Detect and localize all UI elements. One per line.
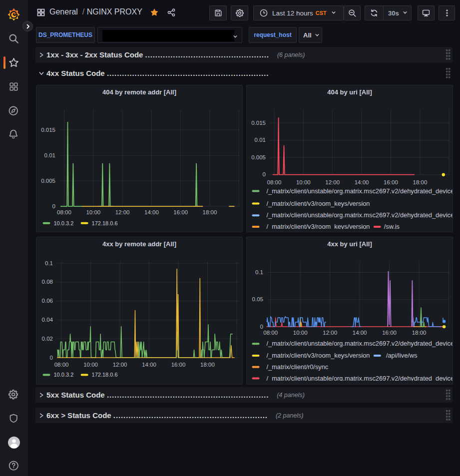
svg-text:0.015: 0.015 — [41, 127, 55, 133]
svg-text:/api/live/ws: /api/live/ws — [386, 352, 418, 359]
svg-text:/_matrix/client/v3/room_keys/v: /_matrix/client/v3/room_keys/version — [267, 200, 370, 207]
svg-text:172.18.0.6: 172.18.0.6 — [92, 372, 118, 378]
svg-text:12:00: 12:00 — [325, 179, 340, 185]
svg-text:/_matrix/client/v3/room_keys/v: /_matrix/client/v3/room_keys/version — [267, 352, 370, 359]
svg-text:0.005: 0.005 — [41, 178, 55, 184]
svg-text:0.04: 0.04 — [42, 317, 53, 323]
svg-text:16:00: 16:00 — [382, 330, 397, 336]
svg-text:08:00: 08:00 — [263, 330, 278, 336]
svg-text:14:00: 14:00 — [353, 330, 367, 336]
svg-text:10:00: 10:00 — [293, 330, 308, 336]
svg-text:0.015: 0.015 — [251, 120, 266, 126]
svg-text:0.01: 0.01 — [44, 152, 55, 158]
svg-text:12:00: 12:00 — [113, 362, 127, 368]
svg-text:18:00: 18:00 — [200, 362, 215, 368]
svg-text:12:00: 12:00 — [323, 330, 337, 336]
svg-text:10:00: 10:00 — [86, 209, 100, 215]
svg-text:16:00: 16:00 — [173, 209, 188, 215]
svg-text:16:00: 16:00 — [171, 362, 186, 368]
svg-text:10:00: 10:00 — [296, 179, 311, 185]
svg-text:0: 0 — [52, 203, 55, 209]
svg-text:0.005: 0.005 — [251, 154, 266, 160]
svg-text:08:00: 08:00 — [267, 179, 282, 185]
svg-text:12:00: 12:00 — [115, 209, 130, 215]
svg-text:/_matrix/client/unstable/org.m: /_matrix/client/unstable/org.matrix.msc2… — [267, 340, 454, 347]
svg-text:/_matrix/client/unstable/org.m: /_matrix/client/unstable/org.matrix.msc2… — [267, 187, 454, 195]
svg-text:10.0.3.2: 10.0.3.2 — [54, 220, 74, 226]
svg-text:172.18.0.6: 172.18.0.6 — [92, 220, 118, 226]
svg-text:14:00: 14:00 — [144, 209, 159, 215]
svg-text:0: 0 — [260, 324, 263, 330]
svg-text:18:00: 18:00 — [413, 179, 428, 185]
svg-text:0.06: 0.06 — [42, 298, 53, 304]
svg-text:0.08: 0.08 — [42, 279, 53, 285]
svg-text:16:00: 16:00 — [384, 179, 398, 185]
svg-text:0.1: 0.1 — [45, 260, 53, 266]
svg-text:/_matrix/client/unstable/org.m: /_matrix/client/unstable/org.matrix.msc2… — [267, 375, 454, 382]
svg-text:0.01: 0.01 — [255, 137, 266, 143]
svg-text:18:00: 18:00 — [203, 209, 217, 215]
svg-text:08:00: 08:00 — [57, 209, 71, 215]
svg-text:0.02: 0.02 — [42, 336, 53, 342]
svg-text:10:00: 10:00 — [83, 362, 98, 368]
svg-text:0: 0 — [50, 355, 53, 361]
svg-text:0.05: 0.05 — [252, 296, 263, 302]
svg-text:/_matrix/client/unstable/org.m: /_matrix/client/unstable/org.matrix.msc2… — [267, 211, 454, 219]
svg-text:14:00: 14:00 — [142, 362, 156, 368]
svg-text:08:00: 08:00 — [54, 362, 69, 368]
svg-text:14:00: 14:00 — [355, 179, 369, 185]
svg-text:/_matrix/client/r0/sync: /_matrix/client/r0/sync — [267, 363, 329, 371]
svg-text:0: 0 — [263, 171, 266, 177]
svg-text:10.0.3.2: 10.0.3.2 — [54, 372, 74, 378]
svg-text:0.1: 0.1 — [255, 269, 263, 275]
svg-text:18:00: 18:00 — [412, 330, 427, 336]
